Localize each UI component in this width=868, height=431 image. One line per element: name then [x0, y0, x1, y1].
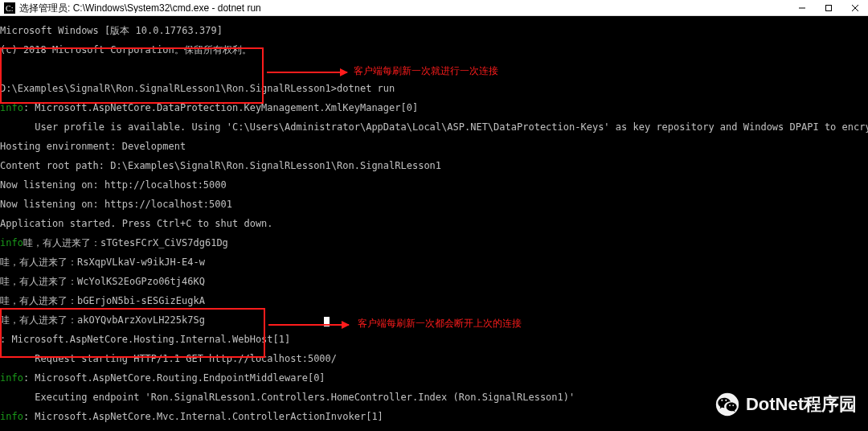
log-level-info: info	[0, 411, 23, 422]
output-line: 哇，有人进来了：RsXqpVLkaV-w9ikJH-E4-w	[0, 257, 868, 267]
output-line: Now listening on: http://localhost:5000	[0, 180, 868, 190]
terminal-client-area[interactable]: Microsoft Windows [版本 10.0.17763.379] (c…	[0, 16, 868, 431]
svg-rect-3	[825, 6, 831, 11]
log-level-info: info	[0, 102, 23, 113]
output-line: D:\Examples\SignalR\Ron.SignalRLesson1\R…	[0, 84, 868, 93]
window-controls	[788, 0, 868, 15]
output-line: Now listening on: https://localhost:5001	[0, 199, 868, 209]
cmd-icon: C:	[3, 2, 16, 14]
annotation-arrow-icon	[267, 72, 347, 73]
output-line: (c) 2018 Microsoft Corporation。保留所有权利。	[0, 45, 868, 55]
annotation-arrow-icon	[268, 324, 349, 326]
output-line: info: Microsoft.AspNetCore.DataProtectio…	[0, 103, 868, 113]
output-line: Request starting HTTP/1.1 GET http://loc…	[0, 354, 868, 363]
log-level-info: info	[0, 372, 23, 384]
output-line: info哇，有人进来了：sTGtesFCrX_CiVS7dg61Dg	[0, 238, 868, 248]
annotation-label-1: 客户端每刷新一次就进行一次连接	[354, 66, 498, 76]
output-line: Microsoft Windows [版本 10.0.17763.379]	[0, 26, 868, 35]
output-line: info: Microsoft.AspNetCore.Mvc.Internal.…	[0, 412, 868, 421]
output-line: : Microsoft.AspNetCore.Hosting.Internal.…	[0, 335, 868, 344]
maximize-button[interactable]	[815, 0, 841, 16]
output-line: User profile is available. Using 'C:\Use…	[0, 122, 868, 132]
log-level-info: info	[0, 237, 23, 248]
output-line: Content root path: D:\Examples\SignalR\R…	[0, 161, 868, 170]
output-line: Application started. Press Ctrl+C to shu…	[0, 219, 868, 228]
output-line: info: Microsoft.AspNetCore.Routing.Endpo…	[0, 373, 868, 383]
close-button[interactable]	[841, 0, 868, 16]
output-line: Executing endpoint 'Ron.SignalRLesson1.C…	[0, 392, 868, 402]
svg-text:C:: C:	[6, 4, 13, 13]
minimize-button[interactable]	[788, 0, 815, 16]
output-line: 哇，有人进来了：bGErjoN5bi-sESGizEugkA	[0, 296, 868, 306]
output-line: Hosting environment: Development	[0, 142, 868, 151]
output-line: 哇，有人进来了：WcYolKS2EoGPzo06tj46KQ	[0, 277, 868, 286]
console-window: C: 选择管理员: C:\Windows\System32\cmd.exe - …	[0, 0, 868, 431]
titlebar[interactable]: C: 选择管理员: C:\Windows\System32\cmd.exe - …	[0, 0, 868, 16]
annotation-label-2: 客户端每刷新一次都会断开上次的连接	[358, 318, 522, 328]
window-title: 选择管理员: C:\Windows\System32\cmd.exe - dot…	[19, 3, 788, 13]
terminal-output: Microsoft Windows [版本 10.0.17763.379] (c…	[0, 16, 868, 431]
